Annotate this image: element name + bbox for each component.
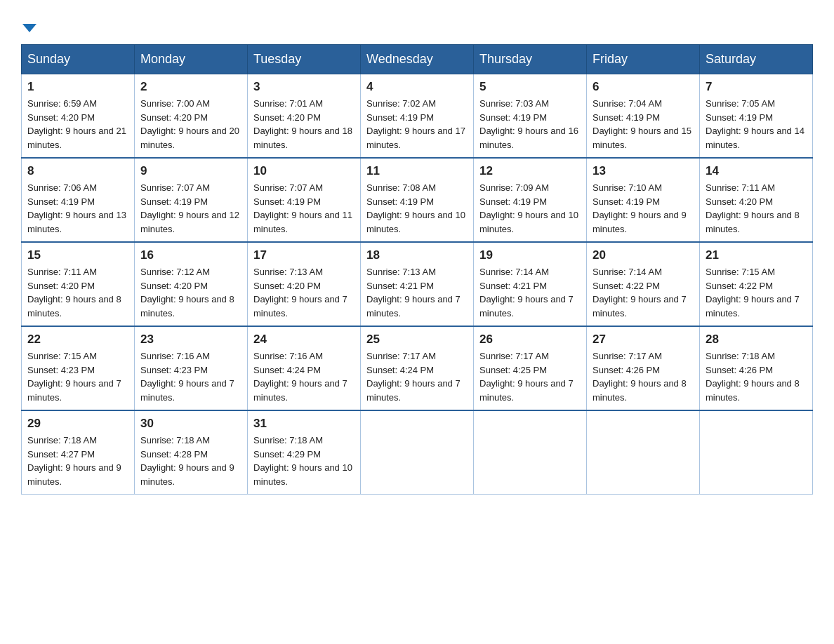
- cell-info: Sunrise: 7:17 AMSunset: 4:24 PMDaylight:…: [366, 351, 461, 403]
- calendar-cell: [587, 410, 700, 495]
- day-header-wednesday: Wednesday: [361, 45, 474, 74]
- cell-info: Sunrise: 7:13 AMSunset: 4:21 PMDaylight:…: [366, 267, 461, 318]
- day-number: 4: [366, 80, 468, 94]
- day-number: 29: [27, 417, 128, 431]
- calendar-cell: 27 Sunrise: 7:17 AMSunset: 4:26 PMDaylig…: [587, 326, 700, 410]
- calendar-cell: 20 Sunrise: 7:14 AMSunset: 4:22 PMDaylig…: [587, 242, 700, 326]
- calendar-header-row: SundayMondayTuesdayWednesdayThursdayFrid…: [22, 45, 813, 74]
- calendar-cell: 25 Sunrise: 7:17 AMSunset: 4:24 PMDaylig…: [361, 326, 474, 410]
- cell-info: Sunrise: 7:17 AMSunset: 4:25 PMDaylight:…: [479, 351, 574, 403]
- day-number: 6: [593, 80, 694, 94]
- day-header-thursday: Thursday: [474, 45, 587, 74]
- calendar-table: SundayMondayTuesdayWednesdayThursdayFrid…: [21, 44, 813, 495]
- calendar-cell: 10 Sunrise: 7:07 AMSunset: 4:19 PMDaylig…: [248, 158, 361, 242]
- cell-info: Sunrise: 7:16 AMSunset: 4:24 PMDaylight:…: [253, 351, 348, 403]
- calendar-cell: 19 Sunrise: 7:14 AMSunset: 4:21 PMDaylig…: [474, 242, 587, 326]
- cell-info: Sunrise: 7:17 AMSunset: 4:26 PMDaylight:…: [593, 351, 687, 403]
- calendar-cell: 16 Sunrise: 7:12 AMSunset: 4:20 PMDaylig…: [135, 242, 248, 326]
- day-number: 7: [706, 80, 807, 94]
- day-header-friday: Friday: [587, 45, 700, 74]
- calendar-cell: [474, 410, 587, 495]
- calendar-cell: 18 Sunrise: 7:13 AMSunset: 4:21 PMDaylig…: [361, 242, 474, 326]
- day-number: 5: [479, 80, 581, 94]
- page-header: [21, 14, 813, 37]
- day-number: 21: [706, 248, 807, 262]
- day-header-tuesday: Tuesday: [248, 45, 361, 74]
- logo-text: [21, 18, 37, 37]
- day-number: 1: [27, 80, 128, 94]
- calendar-week-row: 8 Sunrise: 7:06 AMSunset: 4:19 PMDayligh…: [22, 158, 813, 242]
- calendar-cell: 28 Sunrise: 7:18 AMSunset: 4:26 PMDaylig…: [700, 326, 813, 410]
- cell-info: Sunrise: 7:18 AMSunset: 4:28 PMDaylight:…: [140, 435, 234, 487]
- day-number: 2: [140, 80, 241, 94]
- cell-info: Sunrise: 7:14 AMSunset: 4:22 PMDaylight:…: [593, 267, 687, 318]
- calendar-cell: 29 Sunrise: 7:18 AMSunset: 4:27 PMDaylig…: [22, 410, 135, 495]
- cell-info: Sunrise: 7:05 AMSunset: 4:19 PMDaylight:…: [706, 98, 805, 150]
- day-number: 11: [366, 164, 468, 178]
- day-number: 28: [706, 333, 807, 347]
- calendar-cell: 15 Sunrise: 7:11 AMSunset: 4:20 PMDaylig…: [22, 242, 135, 326]
- day-number: 10: [253, 164, 355, 178]
- calendar-cell: 9 Sunrise: 7:07 AMSunset: 4:19 PMDayligh…: [135, 158, 248, 242]
- cell-info: Sunrise: 7:09 AMSunset: 4:19 PMDaylight:…: [479, 182, 578, 234]
- cell-info: Sunrise: 7:04 AMSunset: 4:19 PMDaylight:…: [593, 98, 691, 150]
- calendar-cell: [361, 410, 474, 495]
- day-number: 27: [593, 333, 694, 347]
- day-number: 22: [27, 333, 128, 347]
- logo: [21, 14, 37, 37]
- day-number: 3: [253, 80, 355, 94]
- cell-info: Sunrise: 7:01 AMSunset: 4:20 PMDaylight:…: [253, 98, 352, 150]
- day-number: 19: [479, 248, 581, 262]
- calendar-cell: 4 Sunrise: 7:02 AMSunset: 4:19 PMDayligh…: [361, 74, 474, 159]
- cell-info: Sunrise: 7:11 AMSunset: 4:20 PMDaylight:…: [706, 182, 800, 234]
- calendar-cell: 3 Sunrise: 7:01 AMSunset: 4:20 PMDayligh…: [248, 74, 361, 159]
- day-number: 25: [366, 333, 468, 347]
- cell-info: Sunrise: 7:15 AMSunset: 4:23 PMDaylight:…: [27, 351, 121, 403]
- day-number: 31: [253, 417, 355, 431]
- cell-info: Sunrise: 7:02 AMSunset: 4:19 PMDaylight:…: [366, 98, 465, 150]
- day-number: 15: [27, 248, 128, 262]
- calendar-week-row: 1 Sunrise: 6:59 AMSunset: 4:20 PMDayligh…: [22, 74, 813, 159]
- calendar-cell: 2 Sunrise: 7:00 AMSunset: 4:20 PMDayligh…: [135, 74, 248, 159]
- cell-info: Sunrise: 7:15 AMSunset: 4:22 PMDaylight:…: [706, 267, 800, 318]
- calendar-cell: 11 Sunrise: 7:08 AMSunset: 4:19 PMDaylig…: [361, 158, 474, 242]
- day-number: 9: [140, 164, 241, 178]
- day-number: 26: [479, 333, 581, 347]
- cell-info: Sunrise: 7:07 AMSunset: 4:19 PMDaylight:…: [253, 182, 352, 234]
- calendar-cell: 31 Sunrise: 7:18 AMSunset: 4:29 PMDaylig…: [248, 410, 361, 495]
- day-header-monday: Monday: [135, 45, 248, 74]
- cell-info: Sunrise: 7:07 AMSunset: 4:19 PMDaylight:…: [140, 182, 239, 234]
- calendar-cell: 8 Sunrise: 7:06 AMSunset: 4:19 PMDayligh…: [22, 158, 135, 242]
- cell-info: Sunrise: 7:18 AMSunset: 4:29 PMDaylight:…: [253, 435, 352, 487]
- cell-info: Sunrise: 7:08 AMSunset: 4:19 PMDaylight:…: [366, 182, 465, 234]
- day-number: 17: [253, 248, 355, 262]
- day-number: 24: [253, 333, 355, 347]
- cell-info: Sunrise: 7:06 AMSunset: 4:19 PMDaylight:…: [27, 182, 126, 234]
- calendar-cell: 21 Sunrise: 7:15 AMSunset: 4:22 PMDaylig…: [700, 242, 813, 326]
- calendar-cell: 1 Sunrise: 6:59 AMSunset: 4:20 PMDayligh…: [22, 74, 135, 159]
- cell-info: Sunrise: 7:00 AMSunset: 4:20 PMDaylight:…: [140, 98, 239, 150]
- cell-info: Sunrise: 7:10 AMSunset: 4:19 PMDaylight:…: [593, 182, 687, 234]
- calendar-cell: 14 Sunrise: 7:11 AMSunset: 4:20 PMDaylig…: [700, 158, 813, 242]
- cell-info: Sunrise: 6:59 AMSunset: 4:20 PMDaylight:…: [27, 98, 126, 150]
- calendar-cell: 24 Sunrise: 7:16 AMSunset: 4:24 PMDaylig…: [248, 326, 361, 410]
- cell-info: Sunrise: 7:16 AMSunset: 4:23 PMDaylight:…: [140, 351, 234, 403]
- calendar-cell: 13 Sunrise: 7:10 AMSunset: 4:19 PMDaylig…: [587, 158, 700, 242]
- calendar-cell: 22 Sunrise: 7:15 AMSunset: 4:23 PMDaylig…: [22, 326, 135, 410]
- calendar-cell: 26 Sunrise: 7:17 AMSunset: 4:25 PMDaylig…: [474, 326, 587, 410]
- day-header-saturday: Saturday: [700, 45, 813, 74]
- calendar-cell: 23 Sunrise: 7:16 AMSunset: 4:23 PMDaylig…: [135, 326, 248, 410]
- calendar-cell: [700, 410, 813, 495]
- day-number: 16: [140, 248, 241, 262]
- calendar-cell: 30 Sunrise: 7:18 AMSunset: 4:28 PMDaylig…: [135, 410, 248, 495]
- cell-info: Sunrise: 7:14 AMSunset: 4:21 PMDaylight:…: [479, 267, 574, 318]
- day-number: 12: [479, 164, 581, 178]
- calendar-cell: 17 Sunrise: 7:13 AMSunset: 4:20 PMDaylig…: [248, 242, 361, 326]
- day-number: 14: [706, 164, 807, 178]
- day-number: 20: [593, 248, 694, 262]
- day-number: 8: [27, 164, 128, 178]
- cell-info: Sunrise: 7:18 AMSunset: 4:27 PMDaylight:…: [27, 435, 121, 487]
- cell-info: Sunrise: 7:12 AMSunset: 4:20 PMDaylight:…: [140, 267, 234, 318]
- calendar-week-row: 29 Sunrise: 7:18 AMSunset: 4:27 PMDaylig…: [22, 410, 813, 495]
- day-number: 30: [140, 417, 241, 431]
